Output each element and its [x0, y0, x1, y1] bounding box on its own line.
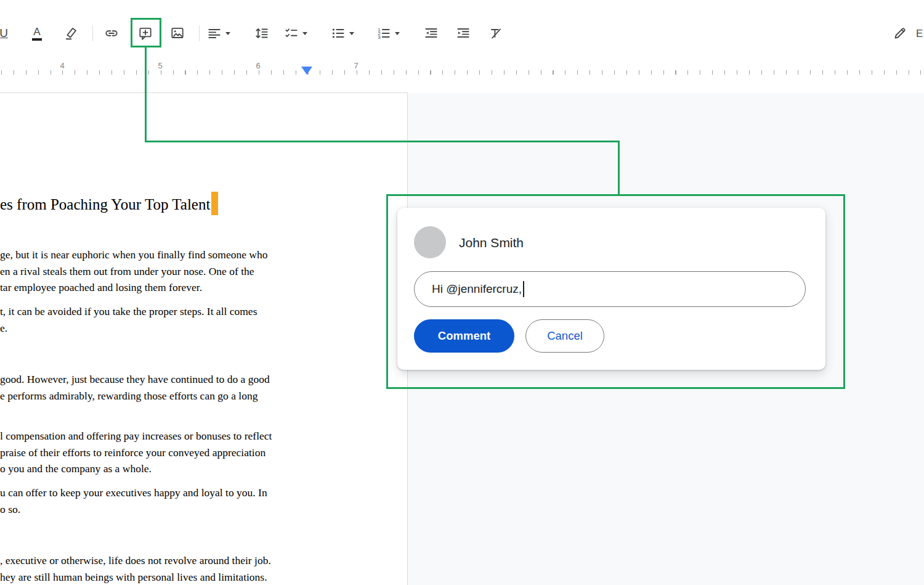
document-text-line: e performs admirably, rewarding those ef…: [0, 388, 270, 404]
chevron-down-icon: [395, 32, 400, 35]
document-text-line: o you and the company as a whole.: [0, 460, 272, 477]
insert-image-button[interactable]: [165, 21, 190, 46]
text-color-icon: A: [32, 27, 42, 41]
line-spacing-icon: [254, 25, 270, 41]
highlight-color-icon: [64, 25, 80, 41]
edit-mode-button[interactable]: [888, 21, 912, 46]
chevron-down-icon: [349, 32, 354, 35]
indent-marker[interactable]: [301, 67, 312, 75]
ruler-number: 6: [252, 61, 264, 70]
paragraph: ge, but it is near euphoric when you fin…: [0, 247, 267, 296]
document-text-line: praise of their efforts to reinforce you…: [0, 444, 272, 461]
paragraph: t, it can be avoided if you take the pro…: [0, 303, 257, 336]
insert-link-icon: [103, 25, 120, 41]
annotation-line-vertical-1: [145, 47, 147, 141]
annotation-box-toolbar-comment: [131, 18, 161, 47]
toolbar-separator: [199, 25, 200, 41]
checklist-icon: [283, 25, 299, 41]
numbered-list-button[interactable]: 1 2 3: [376, 21, 400, 46]
paragraph: l compensation and offering pay increase…: [0, 428, 272, 477]
document-text-line: en a rival steals them out from under yo…: [0, 263, 267, 280]
clear-formatting-icon: [488, 25, 504, 41]
chevron-down-icon: [302, 32, 307, 35]
editing-mode-label: E: [916, 28, 923, 40]
increase-indent-icon: [455, 25, 471, 41]
insert-link-button[interactable]: [99, 21, 124, 46]
document-text-line: , executive or otherwise, life does not …: [0, 552, 271, 569]
document-text-line: tar employee poached and losing them for…: [0, 279, 267, 296]
insert-image-icon: [169, 25, 185, 41]
align-icon: [206, 25, 222, 41]
paragraph: good. However, just because they have co…: [0, 371, 270, 404]
document-text-line: u can offer to keep your executives happ…: [0, 485, 267, 501]
text-color-button[interactable]: A: [25, 21, 49, 46]
line-spacing-button[interactable]: [249, 21, 274, 46]
bulleted-list-icon: [330, 25, 346, 41]
annotation-line-horizontal: [145, 141, 620, 142]
document-title: es from Poaching Your Top Talent: [0, 192, 218, 215]
underline-button[interactable]: U: [0, 21, 16, 46]
decrease-indent-button[interactable]: [419, 21, 444, 46]
ruler-number: 4: [56, 61, 68, 70]
paragraph: u can offer to keep your executives happ…: [0, 485, 267, 517]
document-text-line: good. However, just because they have co…: [0, 371, 270, 388]
decrease-indent-icon: [423, 25, 439, 41]
chevron-down-icon: [225, 32, 230, 35]
toolbar-separator: [92, 25, 93, 41]
increase-indent-button[interactable]: [451, 21, 476, 46]
ruler-number: 7: [350, 61, 362, 70]
highlight-color-button[interactable]: [60, 21, 84, 46]
collaborator-cursor: [211, 192, 218, 215]
ruler-ticks: [1, 70, 924, 75]
document-text-line: e.: [0, 320, 257, 337]
svg-text:3: 3: [378, 35, 381, 40]
paragraph: , executive or otherwise, life does not …: [0, 552, 271, 585]
annotation-box-comment-popup: [386, 194, 845, 389]
align-button[interactable]: [206, 21, 230, 46]
edit-pencil-icon: [892, 25, 908, 41]
ruler-number: 5: [154, 61, 166, 70]
checklist-button[interactable]: [283, 21, 307, 46]
ruler[interactable]: 4 5 6 7: [0, 59, 924, 79]
numbered-list-icon: 1 2 3: [376, 25, 392, 41]
document-text-line: o so.: [0, 501, 267, 518]
document-text-line: l compensation and offering pay increase…: [0, 428, 272, 444]
document-text-line: ge, but it is near euphoric when you fin…: [0, 247, 267, 263]
document-text-line: t, it can be avoided if you take the pro…: [0, 303, 257, 320]
underline-icon: U: [0, 27, 8, 40]
document-title-text: es from Poaching Your Top Talent: [0, 196, 210, 213]
bulleted-list-button[interactable]: [330, 21, 354, 46]
clear-formatting-button[interactable]: [484, 21, 508, 46]
document-text-line: hey are still human beings with personal…: [0, 569, 271, 585]
google-docs-screen: U A: [0, 0, 924, 585]
annotation-line-vertical-2: [618, 142, 620, 194]
